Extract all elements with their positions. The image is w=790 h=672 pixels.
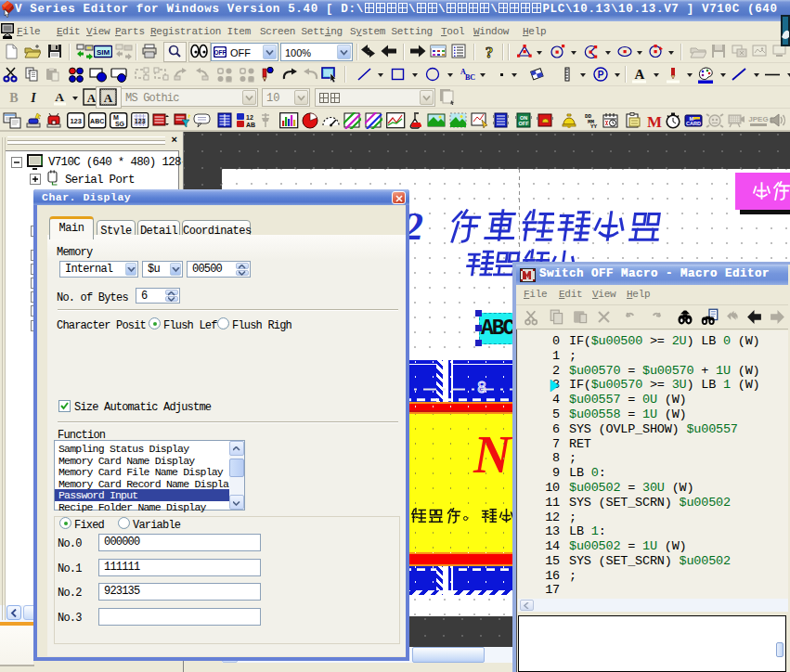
svg-text:?: ? (486, 44, 494, 59)
svg-text:ON: ON (520, 115, 527, 121)
svg-text:AB: AB (246, 122, 255, 128)
svg-text:B: B (9, 91, 18, 105)
svg-text:OFF: OFF (519, 121, 530, 126)
svg-text:123: 123 (70, 117, 82, 125)
svg-text:12: 12 (246, 114, 253, 121)
svg-text:YY: YY (590, 123, 598, 129)
svg-text:A: A (635, 67, 645, 82)
svg-text:SG: SG (115, 121, 125, 127)
svg-text:SIM: SIM (97, 48, 110, 57)
svg-text:JPEG: JPEG (748, 115, 768, 123)
svg-text:CARD: CARD (686, 121, 701, 126)
svg-text:P: P (598, 70, 604, 80)
svg-text:M: M (647, 113, 662, 130)
svg-text:ABC: ABC (90, 118, 104, 124)
svg-text:I: I (30, 91, 36, 105)
svg-text:123: 123 (135, 118, 146, 124)
svg-text:BC: BC (465, 73, 475, 82)
svg-text:A: A (104, 91, 113, 105)
svg-text:A: A (55, 90, 64, 104)
svg-text:OFF: OFF (214, 49, 227, 56)
